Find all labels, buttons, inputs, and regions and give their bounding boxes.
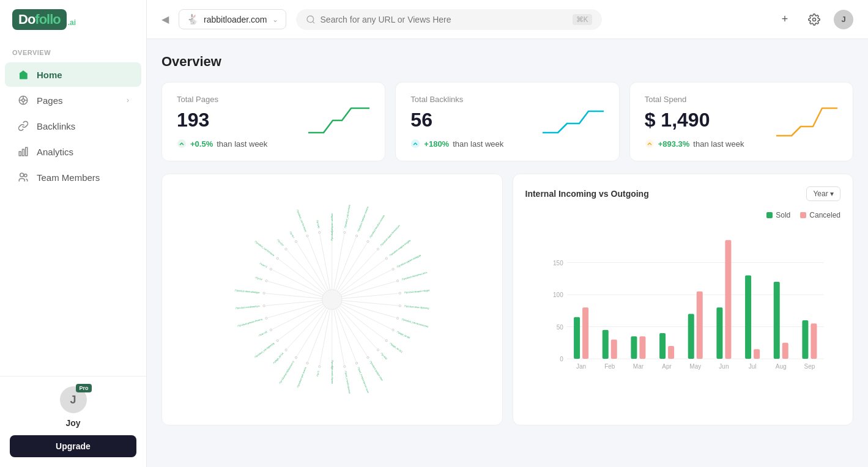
sidebar-item-backlinks-label: Backlinks [37,121,75,131]
svg-point-82 [285,349,287,351]
user-info: J Pro Joy [10,386,136,428]
svg-point-52 [392,329,394,331]
sidebar-item-home[interactable]: Home [5,62,141,87]
svg-point-76 [306,362,308,364]
svg-point-103 [270,268,272,270]
home-icon [17,68,29,81]
svg-point-91 [265,317,267,319]
svg-text:Mar: Mar [632,363,644,370]
svg-text:Aug: Aug [775,363,786,370]
svg-text:/?product-habitam-soware: /?product-habitam-soware [357,207,369,233]
svg-text:/?p=1: /?p=1 [316,370,320,377]
stat-pct-pages: +0.5% [190,139,213,149]
svg-rect-135 [639,336,645,359]
svg-rect-140 [688,314,694,359]
sidebar-item-home-label: Home [37,70,62,80]
svg-text:/?product_cat=furniture: /?product_cat=furniture [296,209,307,232]
legend-sold: Sold [766,211,790,219]
avatar-wrap: J Pro [60,386,87,413]
upgrade-button[interactable]: Upgrade [10,435,136,457]
svg-text:/?product-magna-fringilla: /?product-magna-fringilla [389,239,412,257]
settings-icon[interactable] [804,10,824,29]
svg-rect-141 [696,292,702,359]
legend-sold-dot [766,212,773,218]
bar-chart-title: Internal Incoming vs Outgoing [525,189,649,199]
team-icon [17,171,29,183]
svg-rect-138 [668,346,674,359]
svg-text:100: 100 [553,292,563,298]
user-name: Joy [65,418,80,428]
svg-text:/?product-diam-olloteger: /?product-diam-olloteger [234,289,260,294]
svg-point-100 [265,280,267,282]
sidebar-toggle-icon[interactable]: ◀ [161,13,169,25]
stat-card-pages: Total Pages 193 +0.5% than last week [161,82,385,161]
svg-text:/?page_id=221: /?page_id=221 [389,342,403,353]
svg-text:/?page_id=68: /?page_id=68 [396,331,410,339]
svg-point-1 [22,99,25,102]
svg-line-57 [339,307,377,348]
svg-text:/?can=1: /?can=1 [259,262,267,268]
svg-text:/?p=6-t: /?p=6-t [289,231,295,239]
svg-point-10 [24,174,28,177]
search-input[interactable] [321,15,568,24]
svg-text:/?p=440: /?p=440 [380,352,387,360]
chart-row: /* generated below */ /?product-aliquam-… [161,174,853,425]
svg-point-13 [813,18,816,21]
trend-chart-backlinks [540,102,607,141]
top-bar-actions: + J [775,10,853,29]
svg-rect-129 [582,307,588,359]
svg-rect-146 [745,276,751,359]
trend-chart-pages [305,102,373,141]
top-bar: ◀ 🐇 rabbitloader.com ⌄ ⌘K + J [147,0,868,39]
sidebar-item-team-label: Team Members [37,172,100,183]
svg-point-55 [385,340,387,342]
sidebar-item-backlinks[interactable]: Backlinks [5,114,141,138]
year-filter-button[interactable]: Year ▾ [806,186,840,201]
svg-text:/?product_cat=lightning: /?product_cat=lightning [254,342,275,359]
svg-text:/?post_t=reponse-car-scan: /?post_t=reponse-car-scan [357,367,369,394]
top-bar-avatar[interactable]: J [834,10,853,29]
bar-chart-svg: 050100150JanFebMarAprMayJunJulAugSep [525,224,841,383]
add-button[interactable]: + [775,10,795,29]
svg-point-73 [319,366,321,367]
svg-rect-8 [26,147,28,156]
sidebar-item-pages[interactable]: Pages › [5,88,141,112]
svg-point-67 [344,366,346,367]
site-icon: 🐇 [187,13,199,25]
svg-text:/?product-quique-clam: /?product-quique-clam [369,361,383,381]
search-bar[interactable]: ⌘K [296,9,602,30]
sidebar-item-team[interactable]: Team Members [5,165,141,189]
svg-rect-132 [610,340,617,359]
svg-point-22 [344,232,346,234]
search-icon [306,15,316,24]
legend-canceled: Canceled [800,211,840,219]
svg-line-30 [339,251,377,292]
svg-text:/?product-tesque-ottoget: /?product-tesque-ottoget [404,289,431,294]
svg-point-25 [355,235,357,237]
svg-point-9 [20,173,24,177]
stat-cards: Total Pages 193 +0.5% than last week Tot… [161,82,853,161]
svg-rect-143 [716,307,722,359]
svg-text:150: 150 [553,260,563,267]
svg-line-60 [337,308,367,356]
stat-card-backlinks: Total Backlinks 56 +180% than last week [395,82,619,161]
svg-point-109 [285,248,287,250]
radial-chart-card: /* generated below */ /?product-aliquam-… [161,174,503,425]
svg-text:Jan: Jan [576,363,586,370]
svg-rect-134 [631,336,637,359]
stat-change-text-backlinks: than last week [453,139,503,149]
svg-text:/?p=437: /?p=437 [276,239,284,247]
svg-text:Feb: Feb [604,363,615,370]
site-selector[interactable]: 🐇 rabbitloader.com ⌄ [179,9,286,29]
sidebar-item-analytics[interactable]: Analytics [5,139,141,164]
svg-point-46 [399,305,401,307]
sidebar-item-pages-label: Pages [37,95,63,106]
svg-line-12 [313,21,314,23]
svg-text:50: 50 [556,324,563,331]
sidebar-item-analytics-label: Analytics [37,147,73,157]
stat-change-text-pages: than last week [217,139,267,149]
svg-point-115 [306,235,308,237]
svg-rect-152 [802,320,808,359]
svg-rect-128 [574,317,580,359]
svg-text:/?p=440: /?p=440 [316,219,319,228]
